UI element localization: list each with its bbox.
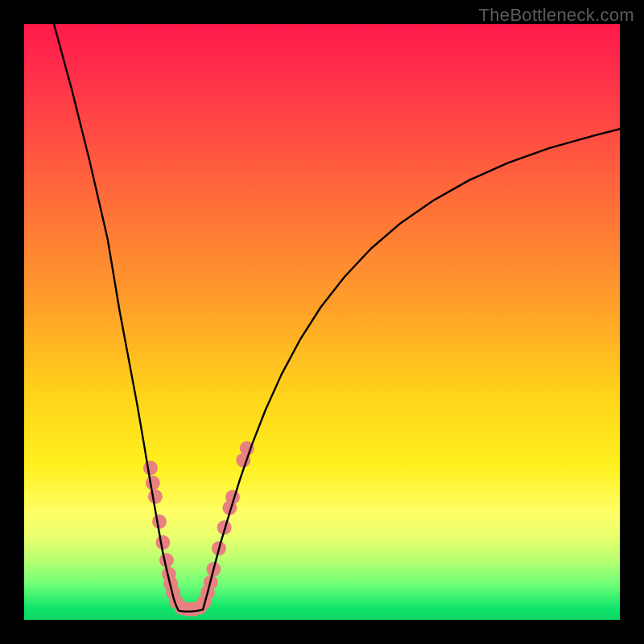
- bottleneck-curve: [54, 24, 620, 612]
- watermark-text: TheBottleneck.com: [479, 5, 634, 26]
- data-marker: [155, 535, 170, 550]
- data-marker: [146, 476, 160, 490]
- marker-layer: [143, 441, 254, 617]
- outer-frame: TheBottleneck.com: [0, 0, 644, 644]
- chart-svg: [24, 24, 620, 620]
- data-marker: [152, 514, 167, 529]
- data-marker: [143, 460, 158, 475]
- plot-area: [24, 24, 620, 620]
- data-marker: [148, 489, 163, 504]
